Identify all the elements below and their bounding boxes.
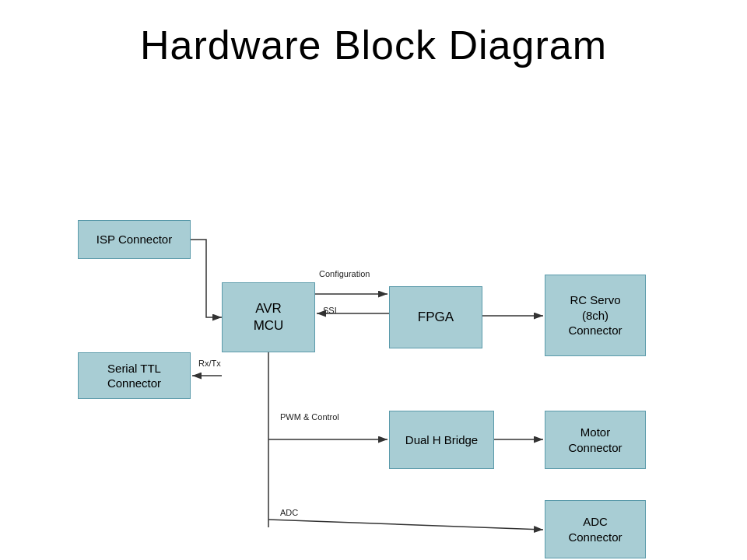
svg-line-7 [268, 520, 543, 530]
label-adc: ADC [280, 508, 298, 517]
label-ssi: SSI [323, 306, 337, 315]
block-adc: ADC Connector [545, 500, 646, 558]
block-avr: AVR MCU [222, 282, 315, 352]
block-fpga: FPGA [389, 286, 482, 348]
label-pwm: PWM & Control [280, 412, 339, 422]
block-serial: Serial TTL Connector [78, 352, 191, 399]
page-title: Hardware Block Diagram [0, 0, 747, 76]
label-rxtx: Rx/Tx [198, 359, 221, 368]
diagram: ISP Connector AVR MCU FPGA RC Servo (8ch… [0, 76, 747, 543]
label-configuration: Configuration [319, 269, 370, 278]
block-dualh: Dual H Bridge [389, 411, 494, 469]
block-isp: ISP Connector [78, 220, 191, 259]
block-motor: Motor Connector [545, 411, 646, 469]
block-servo: RC Servo (8ch) Connector [545, 275, 646, 356]
